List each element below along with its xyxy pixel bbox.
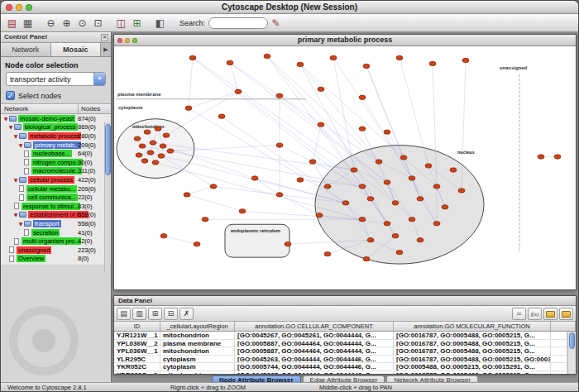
expander-icon[interactable]: ▼ [12,177,19,183]
graph-node[interactable] [351,168,357,172]
graph-node[interactable] [309,160,316,164]
table-row[interactable]: YKR052Ccytoplasm[GO:0005744, GO:0044444,… [114,363,567,371]
graph-node[interactable] [359,218,366,222]
network-graph[interactable]: nucleusmitochondrionendoplasmic reticulu… [114,46,576,289]
new-network-from-selection-icon[interactable]: ⊞ [129,16,145,31]
graph-node[interactable] [396,55,403,60]
select-nodes-checkbox[interactable]: ✓ [6,91,15,100]
graph-node[interactable] [235,89,242,93]
import-attributes-icon[interactable] [543,308,557,320]
select-attributes-icon[interactable]: ▤ [117,308,131,320]
minimize-frame-icon[interactable] [125,38,130,43]
chevron-down-icon[interactable]: ▼ [93,73,105,85]
maximize-frame-icon[interactable] [132,38,137,43]
tab-overflow-arrow-icon[interactable]: ▶ [101,43,111,56]
zoom-fit-icon[interactable]: ⊡ [90,16,106,31]
graph-node[interactable] [367,197,374,201]
graph-node[interactable] [141,159,148,163]
graph-node[interactable] [367,238,374,242]
graph-node[interactable] [227,60,233,65]
tree-item-secretion[interactable]: secretion41(0) [1,228,111,237]
graph-node[interactable] [359,95,366,99]
graph-node[interactable] [400,155,407,160]
tree-item-transport[interactable]: ▼transport558(0) [1,219,111,228]
graph-node[interactable] [218,114,225,118]
graph-node[interactable] [202,218,208,222]
graph-node[interactable] [433,222,440,226]
zoom-out-icon[interactable]: ⊖ [43,16,59,31]
close-window-icon[interactable] [6,4,12,11]
tree-item-establishment-of-lo[interactable]: ▼establishment of lo...558(0) [1,211,111,220]
graph-node[interactable] [134,136,141,141]
tree-item-cellular-metabo[interactable]: cellular metabo...209(0) [1,184,111,194]
zoom-in-icon[interactable]: ⊕ [59,16,74,31]
graph-node[interactable] [396,250,403,254]
tab-network[interactable]: Network [1,43,51,56]
close-panel-icon[interactable]: ✕ [101,34,108,41]
hide-selected-icon[interactable]: ◫ [113,16,129,31]
graph-node[interactable] [210,184,217,189]
tree-item-multi-organism-pro[interactable]: multi-organism pro...42(0) [1,237,111,246]
graph-node[interactable] [409,176,415,180]
expander-icon[interactable]: ▼ [12,212,19,218]
graph-node[interactable] [429,61,436,65]
graph-node[interactable] [363,64,370,68]
graph-node[interactable] [189,55,196,60]
tree-scrollbar[interactable] [104,122,110,273]
graph-node[interactable] [297,62,304,66]
nodes-column-header[interactable]: Nodes [78,104,111,113]
tree-item-nitrogen-compo[interactable]: nitrogen compo...90(0) [1,158,111,167]
graph-node[interactable] [239,209,246,213]
graph-node[interactable] [163,133,170,137]
graph-node[interactable] [152,160,159,165]
graph-node[interactable] [184,193,190,197]
close-frame-icon[interactable] [117,38,122,43]
graph-node[interactable] [462,58,469,62]
graph-node[interactable] [264,54,270,58]
tree-item-response-to-stimul[interactable]: response to stimul...83(0) [1,202,111,211]
equation-editor-icon[interactable]: = [512,308,526,320]
tree-item-nucleobase[interactable]: nucleobase...64(0) [1,149,111,158]
graph-node[interactable] [384,180,390,184]
tree-item-cell-communica[interactable]: cell communica...22(0) [1,193,111,202]
column-header-cellularlayoutregion[interactable]: _cellularLayoutRegion [160,322,235,331]
column-header-annotation-go-cellular-component[interactable]: annotation.GO CELLULAR_COMPONENT [235,322,394,331]
expander-icon[interactable]: ▼ [7,124,14,130]
graph-node[interactable] [276,193,283,197]
graph-node[interactable] [139,144,146,148]
select-nodes-row[interactable]: ✓ Select nodes [6,91,106,100]
expander-icon[interactable]: ▼ [2,116,9,122]
session-details-icon[interactable]: ▤ [4,16,20,31]
tab-mosaic[interactable]: Mosaic [51,43,102,56]
search-input[interactable] [208,17,268,29]
graph-node[interactable] [409,218,415,222]
node-color-select[interactable]: transporter activity ▼ [6,72,106,86]
expander-icon[interactable]: ▼ [17,142,24,148]
graph-node[interactable] [363,256,370,261]
graph-node[interactable] [318,87,324,91]
network-column-header[interactable]: Network [1,104,78,113]
delete-attribute-icon[interactable]: ⊟ [164,308,178,320]
graph-node[interactable] [384,130,390,134]
graph-node[interactable] [251,176,258,180]
minimize-window-icon[interactable] [16,4,22,11]
graph-node[interactable] [417,197,423,201]
graph-node[interactable] [194,241,200,246]
graph-node[interactable] [160,234,167,238]
tree-item-macromolecule[interactable]: macromolecule...311(0) [1,167,111,176]
graph-node[interactable] [330,55,337,60]
table-row[interactable]: YJR121W__1mitochondrion[GO:0045267, GO:0… [114,332,567,340]
function-builder-icon[interactable]: f(x) [528,308,542,320]
zoom-selected-icon[interactable]: ⊙ [74,16,90,31]
graph-node[interactable] [276,143,283,147]
graph-node[interactable] [147,151,154,155]
graph-node[interactable] [318,122,324,127]
delete-entry-icon[interactable]: ✗ [179,308,194,320]
graph-node[interactable] [384,222,390,226]
graph-node[interactable] [150,141,156,145]
expander-icon[interactable]: ▼ [12,133,19,139]
expander-icon[interactable]: ▼ [17,221,24,227]
annotation-icon[interactable]: ✎ [268,16,284,31]
graph-node[interactable] [359,127,366,131]
graph-node[interactable] [359,184,366,189]
